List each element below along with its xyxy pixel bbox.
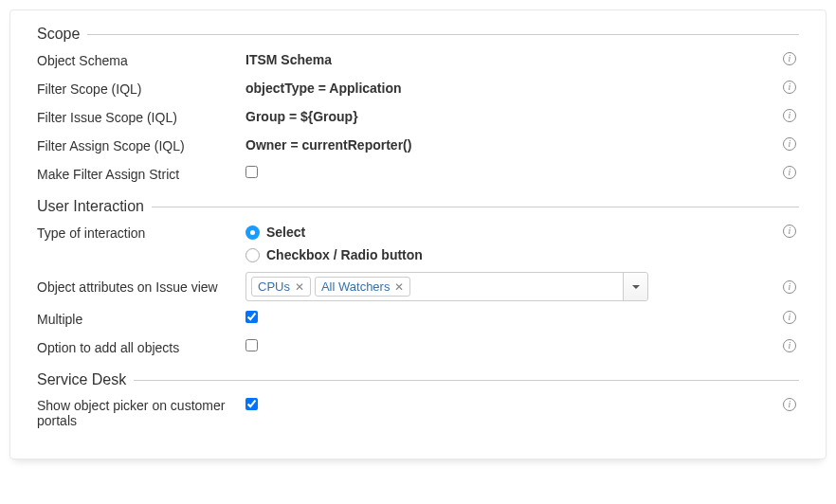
- radio-label-select: Select: [266, 225, 305, 240]
- tag-cpus: CPUs ✕: [251, 277, 311, 297]
- row-object-attributes: Object attributes on Issue view CPUs ✕ A…: [37, 272, 799, 301]
- info-icon[interactable]: i: [783, 311, 796, 324]
- checkbox-make-filter-assign-strict[interactable]: [245, 166, 258, 178]
- section-user-interaction-label: User Interaction: [37, 198, 144, 215]
- value-filter-assign-scope: Owner = currentReporter(): [245, 137, 780, 153]
- checkbox-show-picker[interactable]: [245, 398, 258, 410]
- section-user-interaction-title: User Interaction: [37, 198, 799, 215]
- row-multiple: Multiple i: [37, 311, 799, 330]
- info-icon[interactable]: i: [783, 166, 796, 179]
- label-make-filter-assign-strict: Make Filter Assign Strict: [37, 166, 245, 182]
- radio-icon-selected: [245, 225, 260, 240]
- section-service-desk-title: Service Desk: [37, 371, 799, 388]
- row-make-filter-assign-strict: Make Filter Assign Strict i: [37, 166, 799, 185]
- radio-option-checkbox[interactable]: Checkbox / Radio button: [245, 247, 771, 262]
- divider-line: [152, 207, 799, 207]
- checkbox-option-add-all[interactable]: [245, 339, 258, 351]
- value-object-schema: ITSM Schema: [245, 52, 780, 67]
- info-icon[interactable]: i: [783, 81, 796, 94]
- row-filter-issue-scope: Filter Issue Scope (IQL) Group = ${Group…: [37, 109, 799, 128]
- value-filter-scope: objectType = Application: [245, 81, 780, 96]
- radio-icon-unselected: [245, 248, 260, 262]
- info-icon[interactable]: i: [783, 225, 796, 238]
- label-object-attributes: Object attributes on Issue view: [37, 279, 245, 295]
- info-icon[interactable]: i: [783, 280, 796, 294]
- label-multiple: Multiple: [37, 311, 245, 327]
- row-type-of-interaction: Type of interaction Select Checkbox / Ra…: [37, 225, 799, 262]
- divider-line: [87, 34, 799, 35]
- label-filter-assign-scope: Filter Assign Scope (IQL): [37, 137, 245, 153]
- tag-remove-icon[interactable]: ✕: [394, 280, 404, 294]
- label-option-add-all: Option to add all objects: [37, 339, 245, 355]
- tag-label: CPUs: [258, 279, 290, 294]
- label-filter-issue-scope: Filter Issue Scope (IQL): [37, 109, 245, 125]
- label-object-schema: Object Schema: [37, 52, 245, 68]
- config-panel: Scope Object Schema ITSM Schema i Filter…: [9, 9, 827, 459]
- section-service-desk-label: Service Desk: [37, 371, 126, 388]
- info-icon[interactable]: i: [783, 398, 796, 411]
- label-show-picker: Show object picker on customer portals: [37, 398, 245, 428]
- row-object-schema: Object Schema ITSM Schema i: [37, 52, 799, 71]
- section-scope-title: Scope: [37, 26, 799, 43]
- label-type-of-interaction: Type of interaction: [37, 225, 245, 241]
- multiselect-toggle[interactable]: [623, 273, 647, 300]
- multiselect-object-attributes[interactable]: CPUs ✕ All Watchers ✕: [245, 272, 648, 301]
- section-scope-label: Scope: [37, 26, 80, 43]
- info-icon[interactable]: i: [783, 137, 796, 151]
- multiselect-tags: CPUs ✕ All Watchers ✕: [246, 273, 623, 300]
- value-filter-issue-scope: Group = ${Group}: [245, 109, 780, 124]
- info-icon[interactable]: i: [783, 52, 796, 65]
- radio-group-interaction: Select Checkbox / Radio button: [245, 225, 771, 262]
- tag-all-watchers: All Watchers ✕: [315, 277, 410, 297]
- tag-label: All Watchers: [321, 279, 390, 294]
- radio-label-checkbox: Checkbox / Radio button: [266, 247, 423, 262]
- radio-option-select[interactable]: Select: [245, 225, 771, 240]
- row-filter-scope: Filter Scope (IQL) objectType = Applicat…: [37, 81, 799, 99]
- checkbox-multiple[interactable]: [245, 311, 258, 323]
- row-option-add-all: Option to add all objects i: [37, 339, 799, 358]
- row-show-picker: Show object picker on customer portals i: [37, 398, 799, 428]
- label-filter-scope: Filter Scope (IQL): [37, 81, 245, 97]
- row-filter-assign-scope: Filter Assign Scope (IQL) Owner = curren…: [37, 137, 799, 156]
- info-icon[interactable]: i: [783, 339, 796, 352]
- divider-line: [134, 380, 799, 381]
- chevron-down-icon: [632, 285, 640, 289]
- tag-remove-icon[interactable]: ✕: [295, 280, 304, 294]
- info-icon[interactable]: i: [783, 109, 796, 122]
